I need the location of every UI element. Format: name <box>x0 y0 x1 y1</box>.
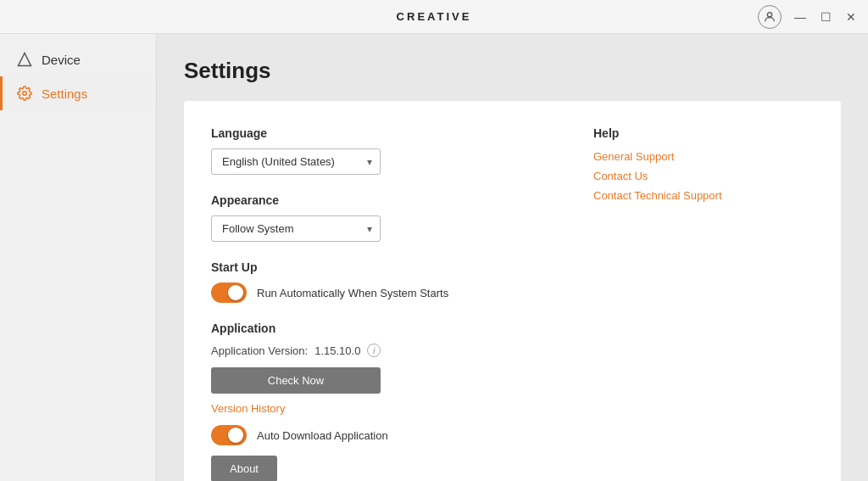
version-history-link[interactable]: Version History <box>211 402 542 415</box>
sidebar-item-settings[interactable]: Settings <box>0 76 156 110</box>
language-section: Language English (United States) Françai… <box>211 126 542 175</box>
appearance-select[interactable]: Follow System Light Dark <box>211 215 381 242</box>
about-button[interactable]: About <box>211 456 277 481</box>
contact-us-link[interactable]: Contact Us <box>593 170 814 182</box>
sidebar-item-device[interactable]: Device <box>0 42 156 76</box>
app-version-row: Application Version: 1.15.10.0 i <box>211 344 542 357</box>
page-title: Settings <box>184 58 841 84</box>
app-version-value: 1.15.10.0 <box>314 344 360 357</box>
startup-toggle-label: Run Automatically When System Starts <box>257 287 448 299</box>
startup-toggle[interactable] <box>211 282 247 303</box>
sidebar: Device Settings <box>0 34 157 481</box>
auto-download-label: Auto Download Application <box>257 429 388 442</box>
info-icon[interactable]: i <box>367 344 381 357</box>
titlebar-controls: — ☐ ✕ <box>758 5 858 29</box>
auto-download-toggle[interactable] <box>211 425 247 445</box>
close-button[interactable]: ✕ <box>844 10 858 24</box>
settings-right: Help General Support Contact Us Contact … <box>593 126 814 481</box>
appearance-section: Appearance Follow System Light Dark ▾ <box>211 193 542 242</box>
application-section: Application Application Version: 1.15.10… <box>211 322 542 481</box>
titlebar: CREATIVE — ☐ ✕ <box>0 0 868 34</box>
auto-download-toggle-row: Auto Download Application <box>211 425 542 445</box>
app-name: CREATIVE <box>397 10 472 23</box>
sidebar-item-device-label: Device <box>42 53 81 67</box>
check-now-button[interactable]: Check Now <box>211 367 381 394</box>
user-icon[interactable] <box>758 5 782 29</box>
device-icon <box>16 51 33 68</box>
startup-section: Start Up Run Automatically When System S… <box>211 260 542 303</box>
appearance-label: Appearance <box>211 193 542 207</box>
settings-card: Language English (United States) Françai… <box>184 101 841 481</box>
application-label: Application <box>211 322 542 335</box>
settings-icon <box>16 85 33 102</box>
language-label: Language <box>211 126 542 140</box>
help-title: Help <box>593 126 814 140</box>
startup-label: Start Up <box>211 260 542 274</box>
general-support-link[interactable]: General Support <box>593 150 814 163</box>
app-version-label: Application Version: <box>211 344 308 357</box>
language-select[interactable]: English (United States) Français Deutsch <box>211 148 381 175</box>
sidebar-item-settings-label: Settings <box>42 87 87 101</box>
settings-left: Language English (United States) Françai… <box>211 126 542 481</box>
main-content: Settings Language English (United States… <box>157 34 868 481</box>
language-dropdown-wrapper: English (United States) Français Deutsch… <box>211 148 381 175</box>
app-body: Device Settings Settings Language <box>0 34 868 481</box>
maximize-button[interactable]: ☐ <box>819 10 832 24</box>
svg-point-0 <box>767 12 771 16</box>
svg-point-2 <box>23 92 27 96</box>
appearance-dropdown-wrapper: Follow System Light Dark ▾ <box>211 215 381 242</box>
minimize-button[interactable]: — <box>793 10 807 24</box>
startup-toggle-row: Run Automatically When System Starts <box>211 282 542 303</box>
contact-technical-link[interactable]: Contact Technical Support <box>593 189 814 202</box>
svg-marker-1 <box>19 53 31 66</box>
